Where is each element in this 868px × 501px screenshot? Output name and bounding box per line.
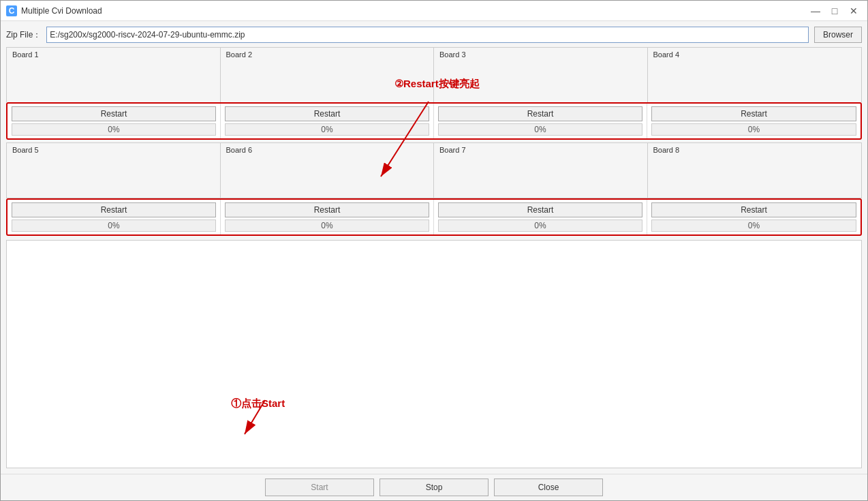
main-content: Zip File： Browser Board 1 Board 2 Board … xyxy=(1,21,867,474)
restart-row-bottom: Restart 0% Restart 0% Restart xyxy=(6,198,862,236)
board-1-label: Board 1 xyxy=(12,50,215,59)
zip-file-label: Zip File： xyxy=(6,29,41,41)
board-8-area: Board 8 xyxy=(648,143,862,198)
restart-button-5[interactable]: Restart xyxy=(12,202,216,217)
log-area xyxy=(6,240,862,468)
minimize-button[interactable]: — xyxy=(807,4,824,18)
restart-button-7[interactable]: Restart xyxy=(438,202,642,217)
restart-cell-3: Restart 0% xyxy=(434,104,647,138)
close-button[interactable]: Close xyxy=(494,479,603,496)
maximize-button[interactable]: □ xyxy=(826,4,843,18)
board-4-area: Board 4 xyxy=(648,48,862,102)
board-4-label: Board 4 xyxy=(653,50,856,59)
browser-button[interactable]: Browser xyxy=(814,27,862,43)
svg-line-3 xyxy=(245,400,265,434)
annotation-arrow-2 xyxy=(238,400,306,448)
zip-file-input[interactable] xyxy=(46,27,809,43)
board-8-label: Board 8 xyxy=(653,146,856,154)
log-section: ①点击Start xyxy=(6,240,862,468)
board-5-label: Board 5 xyxy=(12,146,215,154)
restart-button-1[interactable]: Restart xyxy=(12,106,216,121)
restart-row-top: Restart 0% Restart 0% Restart xyxy=(6,102,862,140)
window-title: Multiple Cvi Download xyxy=(21,6,807,16)
progress-bar-2: 0% xyxy=(225,123,429,136)
window-controls: — □ ✕ xyxy=(807,4,862,18)
restart-cell-8: Restart 0% xyxy=(647,200,861,234)
restart-button-4[interactable]: Restart xyxy=(651,106,856,121)
board-2-area: Board 2 xyxy=(221,48,435,102)
restart-cell-2: Restart 0% xyxy=(221,104,434,138)
board-6-label: Board 6 xyxy=(226,146,429,154)
progress-bar-5: 0% xyxy=(12,219,216,232)
restart-cell-4: Restart 0% xyxy=(647,104,861,138)
restart-button-2[interactable]: Restart xyxy=(225,106,429,121)
restart-button-8[interactable]: Restart xyxy=(651,202,856,217)
progress-bar-4: 0% xyxy=(651,123,856,136)
start-button[interactable]: Start xyxy=(265,479,374,496)
progress-bar-7: 0% xyxy=(438,219,642,232)
board-7-label: Board 7 xyxy=(439,146,642,154)
restart-cell-6: Restart 0% xyxy=(221,200,434,234)
boards-section: Board 1 Board 2 Board 3 Board 4 Restart xyxy=(6,47,862,236)
board-7-area: Board 7 xyxy=(434,143,648,198)
title-bar: C Multiple Cvi Download — □ ✕ xyxy=(1,1,867,21)
board-3-area: Board 3 xyxy=(434,48,648,102)
progress-bar-8: 0% xyxy=(651,219,856,232)
progress-bar-3: 0% xyxy=(438,123,642,136)
bottom-bar: Start Stop Close xyxy=(1,474,867,500)
restart-button-6[interactable]: Restart xyxy=(225,202,429,217)
restart-button-3[interactable]: Restart xyxy=(438,106,642,121)
boards-bottom-area: Board 5 Board 6 Board 7 Board 8 xyxy=(6,142,862,198)
zip-file-row: Zip File： Browser xyxy=(6,27,862,43)
board-5-area: Board 5 xyxy=(7,143,221,198)
board-2-label: Board 2 xyxy=(226,50,429,59)
boards-top-area: Board 1 Board 2 Board 3 Board 4 xyxy=(6,47,862,102)
progress-bar-1: 0% xyxy=(12,123,216,136)
board-6-area: Board 6 xyxy=(221,143,435,198)
main-window: C Multiple Cvi Download — □ ✕ Zip File： … xyxy=(0,0,868,501)
restart-cell-7: Restart 0% xyxy=(434,200,647,234)
restart-cell-1: Restart 0% xyxy=(7,104,221,138)
close-window-button[interactable]: ✕ xyxy=(846,4,862,18)
progress-bar-6: 0% xyxy=(225,219,429,232)
restart-cell-5: Restart 0% xyxy=(7,200,221,234)
board-1-area: Board 1 xyxy=(7,48,221,102)
board-3-label: Board 3 xyxy=(439,50,642,59)
app-icon: C xyxy=(6,5,17,16)
stop-button[interactable]: Stop xyxy=(379,479,489,496)
